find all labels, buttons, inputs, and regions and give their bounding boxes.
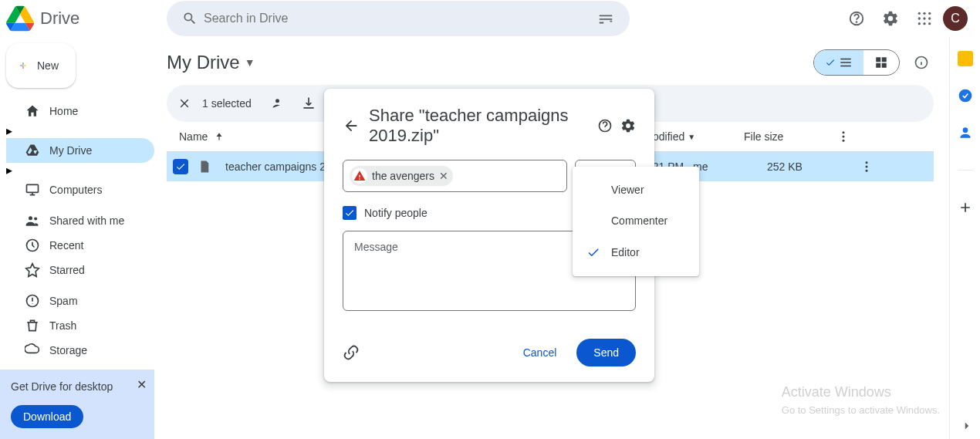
role-dropdown-menu: Viewer Commenter Editor xyxy=(573,167,699,276)
warning-icon xyxy=(352,168,367,184)
chip-remove-icon[interactable]: ✕ xyxy=(439,170,448,182)
promo-title: Get Drive for desktop xyxy=(11,380,144,393)
copy-link-icon[interactable] xyxy=(343,344,360,361)
notify-checkbox[interactable] xyxy=(343,206,357,220)
settings-icon[interactable] xyxy=(620,118,636,133)
person-chip: the avengers ✕ xyxy=(350,166,453,186)
promo-close-icon[interactable]: ✕ xyxy=(137,377,147,392)
back-icon[interactable] xyxy=(343,117,360,134)
message-placeholder: Message xyxy=(354,241,398,253)
check-icon xyxy=(586,245,600,259)
role-option-commenter[interactable]: Commenter xyxy=(573,205,699,236)
role-option-editor[interactable]: Editor xyxy=(573,236,699,268)
desktop-promo: ✕ Get Drive for desktop Download xyxy=(0,370,154,439)
share-modal-title: Share "teacher campaigns 2019.zip" xyxy=(369,106,588,146)
cancel-button[interactable]: Cancel xyxy=(509,339,571,366)
promo-download-button[interactable]: Download xyxy=(11,405,83,428)
role-option-label: Editor xyxy=(611,246,640,258)
send-button[interactable]: Send xyxy=(576,339,636,366)
role-option-label: Commenter xyxy=(611,214,667,227)
people-input[interactable]: the avengers ✕ xyxy=(343,160,567,192)
help-icon[interactable] xyxy=(597,118,613,133)
side-panel-collapse-icon[interactable] xyxy=(960,419,974,433)
chip-text: the avengers xyxy=(372,170,434,182)
role-option-label: Viewer xyxy=(611,184,644,196)
role-option-viewer[interactable]: Viewer xyxy=(573,174,699,205)
notify-label: Notify people xyxy=(364,207,427,219)
